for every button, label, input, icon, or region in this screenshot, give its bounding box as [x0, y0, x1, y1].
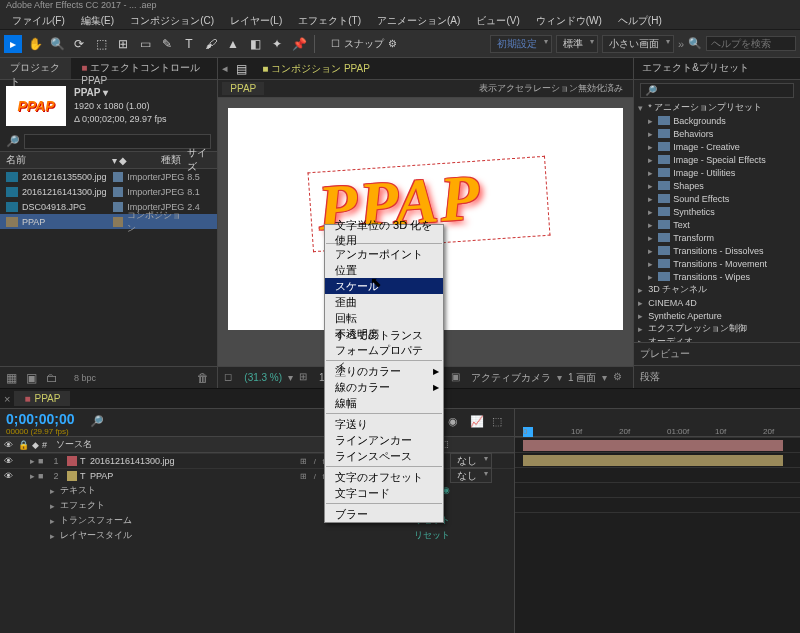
workspace-standard-dropdown[interactable]: 標準 — [556, 35, 598, 53]
preset-folder[interactable]: ▸Transitions - Dissolves — [634, 244, 800, 257]
tl-search-icon[interactable]: 🔎 — [90, 415, 106, 431]
help-search-input[interactable] — [706, 36, 796, 51]
col-source-name[interactable]: ソース名 — [52, 438, 364, 451]
project-item[interactable]: 20161216141300.jpgImporterJPEG8.1 — [0, 184, 217, 199]
context-menu-item[interactable]: 回転 — [325, 310, 443, 326]
nav-back-icon[interactable]: ◂ — [222, 62, 228, 75]
preset-folder[interactable]: ▸Transitions - Movement — [634, 257, 800, 270]
motion-blur-icon[interactable]: ◉ — [448, 415, 464, 431]
tab-effect-controls[interactable]: ■ エフェクトコントロール PPAP — [71, 58, 217, 79]
context-menu-item[interactable]: 文字コード — [325, 485, 443, 501]
menu-file[interactable]: ファイル(F) — [4, 12, 73, 29]
context-menu-item[interactable]: すべてのトランスフォームプロパティ — [325, 342, 443, 358]
menu-effect[interactable]: エフェクト(T) — [290, 12, 369, 29]
parent-dropdown[interactable]: なし — [450, 468, 492, 483]
context-menu-item[interactable]: 線のカラー▶ — [325, 379, 443, 395]
zoom-tool-icon[interactable]: 🔍 — [48, 35, 66, 53]
shape-tool-icon[interactable]: ▭ — [136, 35, 154, 53]
preset-folder[interactable]: ▸Backgrounds — [634, 114, 800, 127]
visibility-toggle[interactable]: 👁 — [4, 456, 16, 466]
effect-category[interactable]: ▸3D チャンネル — [634, 283, 800, 296]
menu-animation[interactable]: アニメーション(A) — [369, 12, 468, 29]
menu-edit[interactable]: 編集(E) — [73, 12, 122, 29]
comp-breadcrumb[interactable]: PPAP — [222, 82, 264, 95]
context-menu-item[interactable]: 歪曲 — [325, 294, 443, 310]
selection-tool-icon[interactable]: ▸ — [4, 35, 22, 53]
context-menu-item[interactable]: 塗りのカラー▶ — [325, 363, 443, 379]
preset-folder[interactable]: ▸Transitions - Wipes — [634, 270, 800, 283]
viewer-mask-icon[interactable]: ▣ — [451, 371, 465, 385]
reset-link[interactable]: リセット — [414, 529, 450, 542]
viewer-options-icon[interactable]: ⚙ — [613, 371, 627, 385]
preset-folder[interactable]: ▸Sound Effects — [634, 192, 800, 205]
timeline-menu-icon[interactable]: × — [4, 393, 10, 405]
tab-composition[interactable]: ■ コンポジション PPAP — [254, 59, 378, 79]
graph-editor-icon[interactable]: 📈 — [470, 415, 486, 431]
layer-color[interactable] — [67, 456, 77, 466]
parent-dropdown[interactable]: なし — [450, 453, 492, 468]
hand-tool-icon[interactable]: ✋ — [26, 35, 44, 53]
col-label-icon[interactable]: ▾ ◆ — [112, 155, 128, 166]
context-menu-item[interactable]: 文字単位の 3D 化を使用 — [325, 225, 443, 241]
paragraph-panel-header[interactable]: 段落 — [634, 365, 800, 388]
context-menu-item[interactable]: 位置 — [325, 262, 443, 278]
effect-category[interactable]: ▸Synthetic Aperture — [634, 309, 800, 322]
roto-tool-icon[interactable]: ✦ — [268, 35, 286, 53]
puppet-tool-icon[interactable]: 📌 — [290, 35, 308, 53]
layer-bar[interactable] — [523, 440, 783, 451]
context-menu-item[interactable]: ラインスペース — [325, 448, 443, 464]
effect-category[interactable]: ▸CINEMA 4D — [634, 296, 800, 309]
brush-tool-icon[interactable]: 🖌 — [202, 35, 220, 53]
rotate-tool-icon[interactable]: ⟳ — [70, 35, 88, 53]
project-bpc[interactable]: 8 bpc — [74, 373, 96, 383]
menu-view[interactable]: ビュー(V) — [468, 12, 527, 29]
snap-toggle[interactable]: ☐ スナップ ⚙ — [331, 37, 397, 51]
tab-timeline-comp[interactable]: ■PPAP — [14, 391, 70, 406]
region-icon[interactable]: ◻ — [224, 371, 238, 385]
project-item[interactable]: PPAPコンポジション — [0, 214, 217, 229]
preset-folder[interactable]: ▸Transform — [634, 231, 800, 244]
resolution-icon[interactable]: ⊞ — [299, 371, 313, 385]
pen-tool-icon[interactable]: ✎ — [158, 35, 176, 53]
context-menu-item[interactable]: アンカーポイント — [325, 246, 443, 262]
context-menu-item[interactable]: スケール — [325, 278, 443, 294]
eraser-tool-icon[interactable]: ◧ — [246, 35, 264, 53]
new-comp-icon[interactable]: ▣ — [26, 371, 40, 385]
context-menu-item[interactable]: ブラー — [325, 506, 443, 522]
current-time[interactable]: 0;00;00;00 00000 (29.97 fps) — [0, 409, 90, 436]
interpret-footage-icon[interactable]: ▦ — [6, 371, 20, 385]
preset-folder[interactable]: ▸Shapes — [634, 179, 800, 192]
project-item[interactable]: 20161216135500.jpgImporterJPEG8.5 — [0, 169, 217, 184]
camera-tool-icon[interactable]: ⬚ — [92, 35, 110, 53]
layer-property[interactable]: ▸レイヤースタイルリセット — [0, 528, 514, 543]
new-folder-icon[interactable]: 🗀 — [46, 371, 60, 385]
time-ruler[interactable]: 010f20f01:00f10f20f — [515, 409, 800, 437]
preset-folder[interactable]: ▸Synthetics — [634, 205, 800, 218]
context-menu-item[interactable]: ラインアンカー — [325, 432, 443, 448]
preset-folder[interactable]: ▸Image - Special Effects — [634, 153, 800, 166]
tab-project[interactable]: プロジェクト — [0, 58, 71, 79]
tab-effects-presets[interactable]: エフェクト&プリセット — [634, 58, 757, 79]
preset-folder[interactable]: ▸Text — [634, 218, 800, 231]
layer-bar[interactable] — [523, 455, 783, 466]
preset-folder[interactable]: ▾* アニメーションプリセット — [634, 101, 800, 114]
preset-folder[interactable]: ▸Image - Creative — [634, 140, 800, 153]
workspace-small-dropdown[interactable]: 小さい画面 — [602, 35, 674, 53]
workspace-initial-dropdown[interactable]: 初期設定 — [490, 35, 552, 53]
text-tool-icon[interactable]: T — [180, 35, 198, 53]
col-name[interactable]: 名前 — [6, 153, 112, 167]
pan-behind-tool-icon[interactable]: ⊞ — [114, 35, 132, 53]
menu-layer[interactable]: レイヤー(L) — [222, 12, 290, 29]
col-type[interactable]: 種類 — [127, 153, 187, 167]
comp-panel-menu-icon[interactable]: ▤ — [232, 60, 250, 78]
context-menu-item[interactable]: 字送り — [325, 416, 443, 432]
layer-color[interactable] — [67, 471, 77, 481]
preset-folder[interactable]: ▸Image - Utilities — [634, 166, 800, 179]
draft3d-icon[interactable]: ⬚ — [492, 415, 508, 431]
preset-folder[interactable]: ▸Behaviors — [634, 127, 800, 140]
project-search-input[interactable] — [24, 134, 211, 149]
camera-dropdown[interactable]: アクティブカメラ — [471, 371, 551, 385]
menu-composition[interactable]: コンポジション(C) — [122, 12, 222, 29]
effect-category[interactable]: ▸オーディオ — [634, 335, 800, 342]
preview-panel-header[interactable]: プレビュー — [634, 342, 800, 365]
